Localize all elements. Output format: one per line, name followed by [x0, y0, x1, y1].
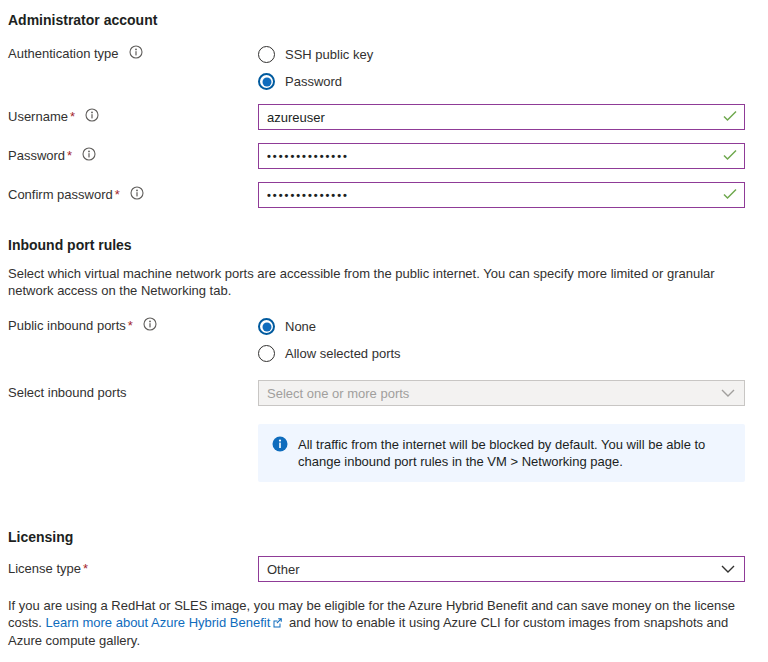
license-type-dropdown[interactable]: Other — [258, 556, 745, 582]
radio-ssh-public-key-label: SSH public key — [285, 47, 373, 62]
info-banner-row: All traffic from the internet will be bl… — [8, 424, 745, 482]
public-inbound-ports-radio-group: None Allow selected ports — [258, 313, 745, 367]
required-asterisk: * — [67, 148, 72, 163]
info-banner-text: All traffic from the internet will be bl… — [298, 436, 730, 470]
select-inbound-ports-dropdown: Select one or more ports — [258, 380, 745, 406]
info-filled-icon — [272, 436, 288, 455]
valid-checkmark-icon — [723, 110, 737, 125]
radio-allow-selected-ports-label: Allow selected ports — [285, 346, 401, 361]
chevron-down-icon — [721, 562, 735, 577]
radio-none-label: None — [285, 319, 316, 334]
required-asterisk: * — [115, 187, 120, 202]
authentication-type-radio-group: SSH public key Password — [258, 41, 745, 95]
info-banner: All traffic from the internet will be bl… — [258, 424, 745, 482]
info-icon[interactable] — [82, 147, 96, 164]
confirm-password-row: Confirm password* — [8, 182, 745, 208]
username-input[interactable] — [258, 104, 745, 130]
required-asterisk: * — [128, 318, 133, 333]
select-inbound-ports-label: Select inbound ports — [8, 384, 127, 402]
radio-circle-icon — [258, 73, 275, 90]
public-inbound-ports-label: Public inbound ports* — [8, 317, 133, 335]
inbound-port-rules-description: Select which virtual machine network por… — [8, 265, 732, 299]
select-inbound-ports-row: Select inbound ports Select one or more … — [8, 380, 745, 406]
password-row: Password* — [8, 143, 745, 169]
confirm-password-input[interactable] — [258, 182, 745, 208]
radio-none[interactable]: None — [258, 313, 745, 340]
radio-circle-icon — [258, 46, 275, 63]
external-link-icon[interactable] — [272, 615, 283, 632]
radio-password-label: Password — [285, 74, 342, 89]
valid-checkmark-icon — [723, 188, 737, 203]
valid-checkmark-icon — [723, 149, 737, 164]
radio-circle-icon — [258, 318, 275, 335]
license-type-value: Other — [267, 562, 300, 577]
chevron-down-icon — [721, 386, 735, 401]
username-row: Username* — [8, 104, 745, 130]
authentication-type-label: Authentication type — [8, 45, 119, 63]
license-type-row: License type* Other — [8, 556, 745, 582]
confirm-password-label: Confirm password* — [8, 186, 120, 204]
info-icon[interactable] — [129, 45, 143, 62]
authentication-type-row: Authentication type SSH public key Passw… — [8, 41, 745, 95]
password-input[interactable] — [258, 143, 745, 169]
license-type-label: License type* — [8, 560, 88, 578]
required-asterisk: * — [70, 109, 75, 124]
inbound-port-rules-heading: Inbound port rules — [8, 237, 745, 253]
licensing-heading: Licensing — [8, 529, 745, 545]
password-label: Password* — [8, 147, 72, 165]
admin-account-heading: Administrator account — [8, 12, 745, 28]
radio-password[interactable]: Password — [258, 68, 745, 95]
info-icon[interactable] — [85, 108, 99, 125]
info-icon[interactable] — [130, 186, 144, 203]
required-asterisk: * — [83, 561, 88, 576]
select-inbound-ports-placeholder: Select one or more ports — [267, 386, 409, 401]
radio-allow-selected-ports[interactable]: Allow selected ports — [258, 340, 745, 367]
licensing-note: If you are using a RedHat or SLES image,… — [8, 597, 738, 649]
public-inbound-ports-row: Public inbound ports* None Allow selecte… — [8, 313, 745, 367]
info-icon[interactable] — [143, 317, 157, 334]
radio-circle-icon — [258, 345, 275, 362]
azure-hybrid-benefit-link[interactable]: Learn more about Azure Hybrid Benefit — [46, 615, 271, 630]
radio-ssh-public-key[interactable]: SSH public key — [258, 41, 745, 68]
username-label: Username* — [8, 108, 75, 126]
